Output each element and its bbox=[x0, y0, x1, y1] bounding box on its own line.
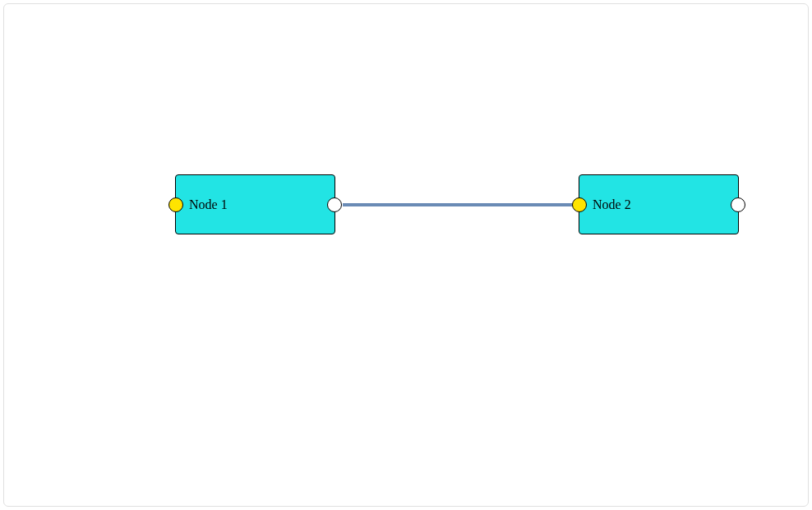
node-1-label: Node 1 bbox=[189, 197, 228, 212]
node-2[interactable]: Node 2 bbox=[579, 174, 739, 234]
node-2-label: Node 2 bbox=[593, 197, 631, 212]
diagram-canvas[interactable]: Node 1 Node 2 bbox=[3, 3, 809, 507]
node-1-input-port[interactable] bbox=[168, 197, 183, 212]
node-2-input-port[interactable] bbox=[572, 197, 587, 212]
edge-node1-node2[interactable] bbox=[343, 203, 579, 206]
node-2-output-port[interactable] bbox=[731, 197, 745, 212]
node-1-output-port[interactable] bbox=[327, 197, 342, 212]
node-1[interactable]: Node 1 bbox=[175, 174, 335, 234]
